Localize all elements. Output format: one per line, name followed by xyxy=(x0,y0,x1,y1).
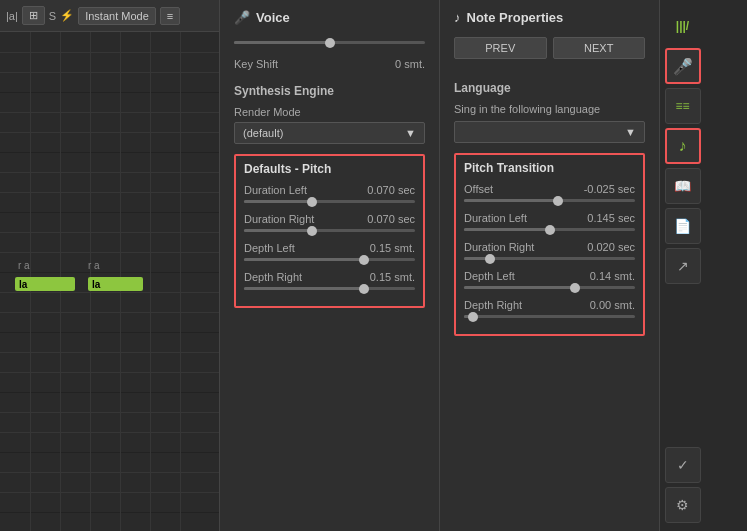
pitch-dur-right-track[interactable] xyxy=(464,257,635,260)
pitch-dur-left-thumb[interactable] xyxy=(545,225,555,235)
toolbar-grid-btn[interactable]: ⊞ xyxy=(22,6,45,25)
pitch-transition-box: Pitch Transition Offset -0.025 sec Durat… xyxy=(454,153,645,336)
pitch-dur-right-thumb[interactable] xyxy=(485,254,495,264)
keyshift-value: 0 smt. xyxy=(395,58,425,70)
grid-row xyxy=(0,492,219,493)
depth-right-label-defaults: Depth Right xyxy=(244,271,302,283)
dur-right-label: Duration Right xyxy=(244,213,314,225)
depth-left-thumb[interactable] xyxy=(359,255,369,265)
keyshift-slider-container xyxy=(234,37,425,48)
language-sub: Sing in the following language xyxy=(454,103,645,115)
check-icon: ✓ xyxy=(677,457,689,473)
grid-area[interactable]: r a r a la la xyxy=(0,32,219,531)
grid-row xyxy=(0,72,219,73)
export-button[interactable]: ↗ xyxy=(665,248,701,284)
note-block-1[interactable]: la xyxy=(15,277,75,291)
pitch-depth-left-row: Depth Left 0.14 smt. xyxy=(464,270,635,282)
grid-row xyxy=(0,272,219,273)
nav-buttons: PREV NEXT xyxy=(454,37,645,59)
dur-right-track[interactable] xyxy=(244,229,415,232)
grid-row xyxy=(0,52,219,53)
note-toolbar-button[interactable]: ♪ xyxy=(665,128,701,164)
menu-icon: ≡ xyxy=(167,10,173,22)
check-button[interactable]: ✓ xyxy=(665,447,701,483)
grid-row xyxy=(0,332,219,333)
pitch-depth-right-thumb[interactable] xyxy=(468,312,478,322)
language-label: Language xyxy=(454,81,645,95)
pitch-depth-left-slider xyxy=(464,286,635,289)
render-mode-label: Render Mode xyxy=(234,106,425,118)
piano-roll: |a| ⊞ S ⚡ Instant Mode ≡ xyxy=(0,0,220,531)
pitch-depth-left-track[interactable] xyxy=(464,286,635,289)
offset-value: -0.025 sec xyxy=(584,183,635,195)
music-icon-note: ♪ xyxy=(454,10,461,25)
pitch-depth-right-track[interactable] xyxy=(464,315,635,318)
offset-label: Offset xyxy=(464,183,493,195)
dur-right-slider xyxy=(244,229,415,232)
depth-right-thumb-defaults[interactable] xyxy=(359,284,369,294)
grid-row xyxy=(0,212,219,213)
logo-icon: |||/ xyxy=(676,19,689,33)
pitch-dur-left-value: 0.145 sec xyxy=(587,212,635,224)
mic-toolbar-button[interactable]: 🎤 xyxy=(665,48,701,84)
pitch-dur-left-label: Duration Left xyxy=(464,212,527,224)
film-icon: ≡≡ xyxy=(675,99,689,113)
pitch-depth-right-row: Depth Right 0.00 smt. xyxy=(464,299,635,311)
synthesis-title: Synthesis Engine xyxy=(234,84,425,98)
dur-left-slider xyxy=(244,200,415,203)
depth-left-label: Depth Left xyxy=(244,242,295,254)
depth-right-slider-defaults xyxy=(244,287,415,290)
offset-track[interactable] xyxy=(464,199,635,202)
depth-right-row-defaults: Depth Right 0.15 smt. xyxy=(244,271,415,283)
depth-left-track[interactable] xyxy=(244,258,415,261)
pitch-depth-left-thumb[interactable] xyxy=(570,283,580,293)
render-mode-dropdown[interactable]: (default) ▼ xyxy=(234,122,425,144)
pitch-dur-right-slider xyxy=(464,257,635,260)
keyshift-track[interactable] xyxy=(234,41,425,44)
keyshift-label: Key Shift xyxy=(234,58,278,70)
prev-button[interactable]: PREV xyxy=(454,37,547,59)
page-button[interactable]: 📄 xyxy=(665,208,701,244)
grid-row xyxy=(0,432,219,433)
dur-left-label: Duration Left xyxy=(244,184,307,196)
pitch-dur-left-fill xyxy=(464,228,550,231)
dur-right-thumb[interactable] xyxy=(307,226,317,236)
dur-left-row: Duration Left 0.070 sec xyxy=(244,184,415,196)
grid-col xyxy=(150,32,151,531)
dur-right-fill xyxy=(244,229,312,232)
pitch-dur-right-row: Duration Right 0.020 sec xyxy=(464,241,635,253)
grid-row xyxy=(0,192,219,193)
defaults-pitch-box: Defaults - Pitch Duration Left 0.070 sec… xyxy=(234,154,425,308)
grid-row xyxy=(0,92,219,93)
depth-right-track-defaults[interactable] xyxy=(244,287,415,290)
dur-right-value: 0.070 sec xyxy=(367,213,415,225)
dur-left-track[interactable] xyxy=(244,200,415,203)
render-mode-value: (default) xyxy=(243,127,283,139)
film-button[interactable]: ≡≡ xyxy=(665,88,701,124)
export-icon: ↗ xyxy=(677,258,689,274)
pitch-dur-left-track[interactable] xyxy=(464,228,635,231)
book-button[interactable]: 📖 xyxy=(665,168,701,204)
instant-mode-button[interactable]: Instant Mode xyxy=(78,7,156,25)
dur-left-thumb[interactable] xyxy=(307,197,317,207)
language-dropdown[interactable]: ▼ xyxy=(454,121,645,143)
grid-row xyxy=(0,372,219,373)
next-button[interactable]: NEXT xyxy=(553,37,646,59)
note-block-2[interactable]: la xyxy=(88,277,143,291)
toolbar-s: S xyxy=(49,10,56,22)
offset-thumb[interactable] xyxy=(553,196,563,206)
mic-toolbar-icon: 🎤 xyxy=(673,57,693,76)
settings-button[interactable]: ⚙ xyxy=(665,487,701,523)
toolbar-text-a: |a| xyxy=(6,10,18,22)
logo-button: |||/ xyxy=(665,8,701,44)
voice-panel-title: 🎤 Voice xyxy=(234,10,425,25)
keyshift-thumb[interactable] xyxy=(325,38,335,48)
mic-icon-voice: 🎤 xyxy=(234,10,250,25)
depth-left-value: 0.15 smt. xyxy=(370,242,415,254)
menu-button[interactable]: ≡ xyxy=(160,7,180,25)
grid-col xyxy=(180,32,181,531)
pitch-depth-left-label: Depth Left xyxy=(464,270,515,282)
grid-row xyxy=(0,252,219,253)
pitch-dur-left-slider xyxy=(464,228,635,231)
grid-row xyxy=(0,472,219,473)
